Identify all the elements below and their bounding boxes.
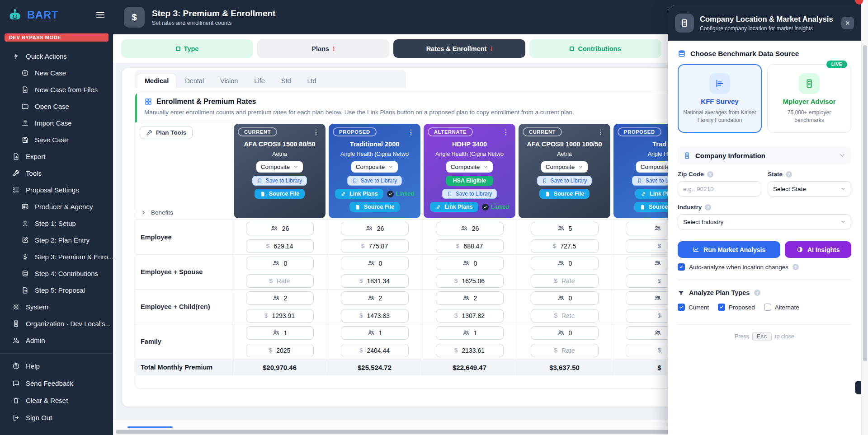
premium-rate-input[interactable]: $1307.82 [436,309,504,323]
sidebar-item-step-2-plan-entry[interactable]: Step 2: Plan Entry [0,232,113,248]
enrollment-count-input[interactable]: 26 [436,222,504,235]
sidebar-item-sign-out[interactable]: Sign Out [0,409,113,426]
enrollment-count-input[interactable]: 1 [246,326,314,340]
info-icon[interactable]: ? [786,171,792,178]
premium-rate-input[interactable]: $2404.44 [341,344,409,357]
plan-menu-button[interactable]: ⋮ [500,128,511,136]
ai-insights-button[interactable]: AI Insights [785,241,851,258]
sidebar-item-clear-reset[interactable]: Clear & Reset [0,392,113,409]
tab-medical[interactable]: Medical [137,74,176,88]
premium-rate-input[interactable]: $688.47 [436,239,504,253]
enrollment-count-input[interactable]: 0 [341,257,409,270]
premium-rate-input[interactable]: $1473.83 [341,309,409,323]
premium-rate-input[interactable]: $2133.61 [436,344,504,357]
sidebar-item-proposal-settings[interactable]: Proposal Settings [0,182,113,198]
premium-rate-input[interactable]: $2025 [246,344,314,357]
premium-rate-input[interactable]: $Rate [246,274,314,288]
benchmark-source-kff-survey[interactable]: KFF SurveyNational averages from Kaiser … [678,64,762,133]
enrollment-count-input[interactable]: 1 [436,326,504,340]
save-to-library-button[interactable]: Save to Library [442,189,497,199]
enrollment-count-input[interactable]: 5 [531,222,599,235]
state-select[interactable]: Select State [768,181,851,196]
sidebar-item-open-case[interactable]: Open Case [0,98,113,115]
info-icon[interactable]: ? [705,204,711,210]
sidebar-item-system[interactable]: System [0,299,113,315]
benefits-toggle[interactable]: Benefits [141,209,173,216]
edge-drawer-tab[interactable] [855,381,861,394]
rating-method-select[interactable]: Composite [541,161,588,173]
sidebar-item-producer-agency[interactable]: Producer & Agency [0,198,113,215]
sidebar-item-import-case[interactable]: Import Case [0,115,113,131]
sidebar-item-step-4-contributions[interactable]: Step 4: Contributions [0,265,113,282]
premium-rate-input[interactable]: $Rate [531,344,599,357]
sidebar-item-new-case[interactable]: New Case [0,65,113,81]
premium-rate-input[interactable]: $1293.91 [246,309,314,323]
source-file-button[interactable]: Source File [349,202,400,212]
enrollment-count-input[interactable]: 1 [341,326,409,340]
info-icon[interactable]: ? [754,290,760,296]
rating-method-select[interactable]: Composite [446,161,493,173]
premium-rate-input[interactable]: $775.87 [341,239,409,253]
enrollment-count-input[interactable]: 2 [246,291,314,305]
sidebar-item-organization-dev-local-s[interactable]: Organization · Dev Local's... [0,315,113,332]
sidebar-item-help[interactable]: Help [0,357,113,374]
sidebar-item-tools[interactable]: Tools [0,165,113,182]
premium-rate-input[interactable]: $Rate [531,309,599,323]
sidebar-item-step-3-premium-enro[interactable]: Step 3: Premium & Enro... [0,248,113,265]
link-plans-button[interactable]: Link Plans [430,202,478,212]
benchmark-source-mployer-advisor[interactable]: LIVEMployer Advisor75,000+ employer benc… [767,64,851,133]
enrollment-count-input[interactable]: 2 [436,291,504,305]
save-to-library-button[interactable]: Save to Library [537,176,592,186]
checkbox-current[interactable] [678,304,685,311]
wizard-tab-contributions[interactable]: Contributions [529,39,661,58]
info-icon[interactable]: ? [793,264,799,270]
vertical-scrollbar-thumb[interactable] [863,45,867,361]
plan-menu-button[interactable]: ⋮ [406,128,416,136]
vertical-scrollbar[interactable] [861,0,868,435]
wizard-tab-rates-enrollment[interactable]: Rates & Enrollment! [393,39,525,58]
premium-rate-input[interactable]: $Rate [531,274,599,288]
premium-rate-input[interactable]: $727.5 [531,239,599,253]
plan-tools-button[interactable]: Plan Tools [140,126,193,139]
sidebar-item-quick-actions[interactable]: Quick Actions [0,48,113,65]
enrollment-count-input[interactable]: 2 [341,291,409,305]
hamburger-menu-icon[interactable] [95,9,106,20]
zip-code-input[interactable] [678,181,761,196]
tab-vision[interactable]: Vision [213,74,245,88]
company-info-header[interactable]: Company Information [678,146,851,164]
sidebar-item-step-1-setup[interactable]: Step 1: Setup [0,215,113,232]
sidebar-item-save-case[interactable]: Save Case [0,131,113,148]
enrollment-count-input[interactable]: 26 [341,222,409,235]
save-to-library-button[interactable]: Save to Library [347,176,402,186]
sidebar-item-send-feedback[interactable]: Send Feedback [0,374,113,392]
enrollment-count-input[interactable]: 0 [246,257,314,270]
premium-rate-input[interactable]: $629.14 [246,239,314,253]
sidebar-item-admin[interactable]: Admin [0,332,113,349]
auto-analyze-checkbox[interactable] [678,263,685,271]
sidebar-item-new-case-from-files[interactable]: New Case from Files [0,81,113,98]
rating-method-select[interactable]: Composite [351,161,398,173]
enrollment-count-input[interactable]: 26 [246,222,314,235]
info-icon[interactable]: ? [707,171,713,178]
plan-menu-button[interactable]: ⋮ [595,128,606,136]
run-market-analysis-button[interactable]: Run Market Analysis [678,241,780,258]
enrollment-count-input[interactable]: 0 [531,291,599,305]
link-plans-button[interactable]: Link Plans [335,189,383,199]
sidebar-item-export[interactable]: Export [0,148,113,165]
tab-ltd[interactable]: Ltd [300,74,324,88]
rating-method-select[interactable]: Composite [256,161,303,173]
source-file-button[interactable]: Source File [255,189,305,199]
tab-std[interactable]: Std [274,74,298,88]
premium-rate-input[interactable]: $1831.34 [341,274,409,288]
tab-life[interactable]: Life [247,74,272,88]
plan-menu-button[interactable]: ⋮ [311,128,321,136]
save-to-library-button[interactable]: Save to Library [252,176,307,186]
premium-rate-input[interactable]: $1625.06 [436,274,504,288]
checkbox-proposed[interactable] [718,304,725,311]
enrollment-count-input[interactable]: 0 [436,257,504,270]
wizard-tab-plans[interactable]: Plans! [257,39,389,58]
wizard-tab-type[interactable]: Type [121,39,253,58]
source-file-button[interactable]: Source File [539,189,590,199]
checkbox-alternate[interactable] [764,304,771,311]
close-panel-button[interactable] [841,17,854,29]
